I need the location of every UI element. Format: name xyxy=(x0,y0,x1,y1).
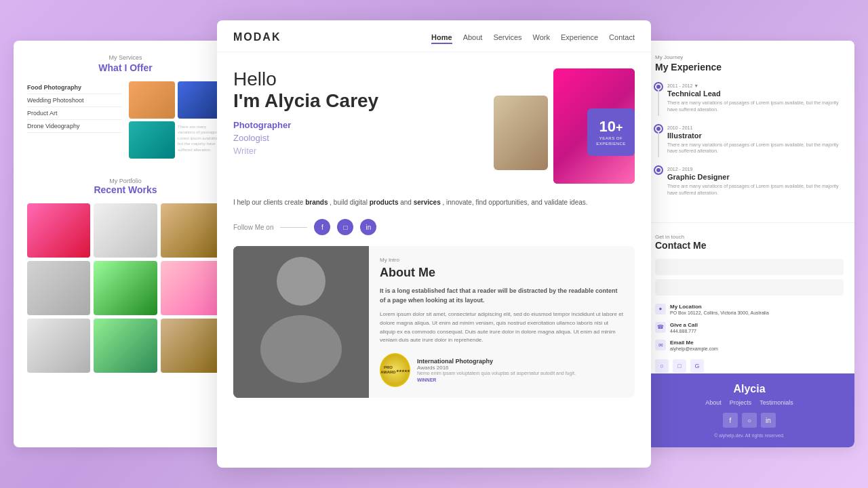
portfolio-img-7 xyxy=(27,319,90,373)
about-intro-label: My Intro xyxy=(380,257,624,263)
exp-years-2: 2010 - 2011 xyxy=(667,125,844,130)
footer-social-twitter[interactable]: ○ xyxy=(742,413,757,428)
service-item-food[interactable]: Food Photography xyxy=(27,81,122,94)
service-img-art xyxy=(129,121,175,159)
exp-label-2: EXPERIENCE xyxy=(596,142,626,146)
nav-link-services[interactable]: Services xyxy=(493,33,521,41)
service-item-drone[interactable]: Drone Videography xyxy=(27,120,122,133)
exp-dot-3 xyxy=(655,167,662,174)
experience-title: My Experience xyxy=(655,62,844,73)
contact-location: ● My Location PO Box 16122, Collins, Vic… xyxy=(655,304,844,317)
exp-details-1: 2011 - 2012 ▼ Technical Lead There are m… xyxy=(667,83,844,116)
hero-description: I help our clients create brands , build… xyxy=(217,197,651,219)
contact-phone-text: Give a Call 444.888.777 xyxy=(670,322,698,335)
portfolio-img-6 xyxy=(161,261,224,315)
exp-item-2: 2010 - 2011 Illustrator There are many v… xyxy=(655,125,844,158)
nav-link-work[interactable]: Work xyxy=(533,33,550,41)
svg-point-9 xyxy=(298,338,304,344)
contact-section-label: Get in touch xyxy=(655,234,844,240)
exp-line-1 xyxy=(658,90,659,116)
footer-link-testimonials[interactable]: Testimonials xyxy=(760,399,793,406)
svg-point-4 xyxy=(274,281,328,292)
hero-fullname: Alycia Carey xyxy=(264,90,378,111)
footer-links: About Projects Testimonials xyxy=(655,399,844,406)
footer-social-linkedin[interactable]: in xyxy=(761,413,776,428)
about-title: About Me xyxy=(380,266,624,280)
exp-desc-1: There are many variations of passages of… xyxy=(667,100,844,113)
footer-link-about[interactable]: About xyxy=(705,399,722,406)
service-item-product[interactable]: Product Art xyxy=(27,107,122,120)
contact-title: Contact Me xyxy=(655,240,844,251)
nav-link-about[interactable]: About xyxy=(463,33,483,41)
exp-role-1: Technical Lead xyxy=(667,89,844,98)
contact-name-field[interactable] xyxy=(655,259,844,275)
exp-item-3: 2012 - 2019 Graphic Designer There are m… xyxy=(655,167,844,199)
about-body: Lorem ipsum dolor sit amet, consectetur … xyxy=(380,310,624,345)
exp-dot-1 xyxy=(655,83,662,90)
nav-link-contact[interactable]: Contact xyxy=(609,33,635,41)
experience-section: My Journey My Experience 2011 - 2012 ▼ T… xyxy=(644,41,854,222)
hero-role-1: Photographer xyxy=(233,120,483,130)
navbar: MODAK Home About Services Work Experienc… xyxy=(217,20,651,52)
contact-social-twitter[interactable]: ○ xyxy=(655,359,669,373)
service-list: Food Photography Wedding Photoshoot Prod… xyxy=(27,81,122,169)
exp-role-2: Illustrator xyxy=(667,131,844,140)
award-row: PROAWARD ★★★★★ International Photography… xyxy=(380,353,624,387)
contact-social-google[interactable]: G xyxy=(690,359,704,373)
exp-dot-2 xyxy=(655,125,662,132)
svg-point-2 xyxy=(254,344,349,388)
contact-email-text: Email Me alyhelp@example.com xyxy=(670,340,718,352)
svg-point-3 xyxy=(277,280,325,327)
portfolio-img-9 xyxy=(161,319,224,373)
hero-role-2: Zoologist xyxy=(233,133,483,143)
svg-point-7 xyxy=(292,331,311,350)
exp-label-1: YEARS OF xyxy=(599,136,623,140)
nav-link-home[interactable]: Home xyxy=(431,33,452,41)
portfolio-img-8 xyxy=(94,319,157,373)
contact-social-instagram[interactable]: □ xyxy=(673,359,686,373)
svg-rect-1 xyxy=(233,246,369,388)
email-icon: ✉ xyxy=(655,340,666,350)
award-badge: PROAWARD ★★★★★ xyxy=(380,353,410,387)
social-row: Follow Me on f □ in xyxy=(217,219,651,246)
linkedin-icon[interactable]: in xyxy=(360,219,376,235)
footer-link-projects[interactable]: Projects xyxy=(730,399,752,406)
center-panel: MODAK Home About Services Work Experienc… xyxy=(217,20,651,468)
service-img-food xyxy=(129,81,175,119)
exp-dot-line-1 xyxy=(655,83,662,116)
portfolio-title: Recent Works xyxy=(27,184,224,195)
portfolio-img-5 xyxy=(94,261,157,315)
about-content: My Intro About Me It is a long establish… xyxy=(369,246,635,398)
location-icon: ● xyxy=(655,304,666,314)
contact-email-field[interactable] xyxy=(655,279,844,296)
award-year: Awards 2016 xyxy=(417,365,576,371)
nav-link-experience[interactable]: Experience xyxy=(561,33,598,41)
svg-rect-11 xyxy=(318,334,349,344)
exp-years-1: 2011 - 2012 ▼ xyxy=(667,83,844,88)
footer-copyright: © alyhelp.dev. All rights reserved. xyxy=(655,433,844,438)
about-photo xyxy=(233,246,369,398)
award-info: International Photography Awards 2016 Ne… xyxy=(417,358,576,382)
exp-line-2 xyxy=(658,132,659,158)
hero-section: Hello I'm Alycia Carey Photographer Zool… xyxy=(217,52,651,197)
contact-location-text: My Location PO Box 16122, Collins, Victo… xyxy=(670,304,769,317)
hero-intro: I'm xyxy=(233,90,264,111)
contact-social-row: ○ □ G xyxy=(655,359,844,373)
portfolio-grid xyxy=(27,203,224,373)
left-panel: My Services What I Offer Food Photograph… xyxy=(14,41,237,447)
exp-role-3: Graphic Designer xyxy=(667,173,844,181)
about-section: My Intro About Me It is a long establish… xyxy=(233,246,635,398)
contact-info-items: ● My Location PO Box 16122, Collins, Vic… xyxy=(655,304,844,352)
service-item-wedding[interactable]: Wedding Photoshoot xyxy=(27,94,122,107)
svg-point-8 xyxy=(294,334,308,348)
exp-dot-line-3 xyxy=(655,167,662,199)
portfolio-img-4 xyxy=(27,261,90,315)
award-name: International Photography xyxy=(417,358,576,365)
facebook-icon[interactable]: f xyxy=(314,219,330,235)
instagram-icon[interactable]: □ xyxy=(337,219,353,235)
footer-social-facebook[interactable]: f xyxy=(723,413,738,428)
exp-details-3: 2012 - 2019 Graphic Designer There are m… xyxy=(667,167,844,199)
about-photo-svg xyxy=(233,246,369,388)
contact-email: ✉ Email Me alyhelp@example.com xyxy=(655,340,844,352)
services-row: Food Photography Wedding Photoshoot Prod… xyxy=(27,81,224,169)
